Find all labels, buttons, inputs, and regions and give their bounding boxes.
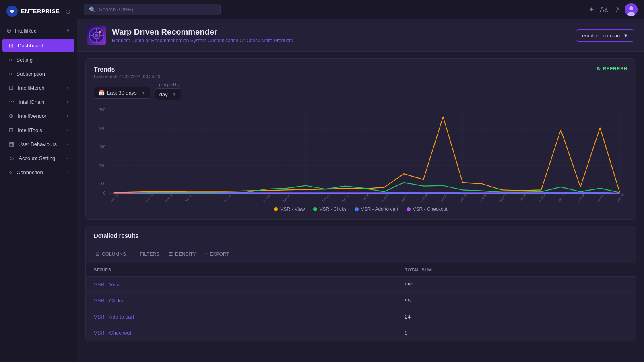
density-icon: ☰ (168, 251, 173, 257)
user-behaviours-icon: ▦ (9, 141, 14, 147)
search-bar[interactable]: 🔍 Search (Ctrl+/) (84, 4, 221, 15)
sidebar-header: ENTERPRISE ⊙ (0, 0, 77, 23)
svg-text:20-Jan-24: 20-Jan-24 (555, 193, 566, 202)
svg-text:12-Jan-24: 12-Jan-24 (398, 193, 409, 202)
moon-icon-button[interactable]: ☽ (613, 6, 619, 13)
translate-icon-button[interactable]: Aa (600, 6, 608, 13)
table-row: VSR - Add to cart 24 (86, 309, 636, 325)
refresh-button[interactable]: ↻ REFRESH (597, 66, 627, 72)
svg-text:60: 60 (101, 181, 105, 186)
brand-name: ENTERPRISE (21, 8, 60, 14)
sparkle-icon-button[interactable]: ✦ (589, 6, 594, 13)
data-table: SERIES TOTAL SUM VSR - View 590 VSR - Cl… (86, 263, 636, 341)
org-name: IntelliRec (15, 28, 36, 34)
sidebar-item-connection[interactable]: ⟡ Connection › (2, 165, 74, 179)
svg-text:22-Jan-24: 22-Jan-24 (594, 193, 605, 202)
svg-text:30-Dec-23: 30-Dec-23 (142, 193, 154, 202)
grouped-by-wrapper: grouped by day ▼ (155, 88, 181, 100)
sidebar-item-subscription[interactable]: ○ Subscription (2, 67, 74, 80)
legend-vsr-view: VSR - View (274, 206, 305, 212)
svg-text:300: 300 (99, 108, 105, 113)
intellichain-icon: ⋯ (9, 99, 14, 105)
svg-text:1-Jan-24: 1-Jan-24 (182, 194, 192, 202)
trends-chart: 300 240 180 120 60 0 (94, 106, 627, 202)
user-behaviours-chevron-icon: › (67, 142, 68, 146)
navigation-icon: ⊙ (65, 8, 70, 15)
date-range-chevron-icon: ▼ (142, 90, 146, 95)
svg-text:13-Jan-24: 13-Jan-24 (417, 193, 428, 202)
svg-text:3-Jan-24: 3-Jan-24 (221, 194, 231, 202)
vsr-clicks-link[interactable]: VSR - Clicks (94, 298, 123, 304)
export-button[interactable]: ↑ EXPORT (202, 249, 233, 259)
refresh-label: REFRESH (603, 66, 627, 72)
svg-text:10-Jan-24: 10-Jan-24 (358, 193, 369, 202)
sidebar-item-intellichain[interactable]: ⋯ IntelliChain › (2, 95, 74, 109)
columns-button[interactable]: ⊟ COLUMNS (92, 249, 129, 259)
calendar-icon: 📅 (98, 90, 105, 96)
nav-label-connection: Connection (17, 169, 43, 175)
avatar[interactable] (625, 3, 638, 16)
svg-text:120: 120 (99, 163, 105, 168)
sidebar-item-dashboard[interactable]: ⊡ Dashboard (2, 39, 74, 52)
intellichain-chevron-icon: › (67, 100, 68, 104)
svg-point-12 (99, 31, 101, 33)
legend-label-clicks: VSR - Clicks (320, 206, 347, 212)
filters-icon: ≡ (135, 251, 138, 257)
intellitools-icon: ⊟ (9, 127, 14, 133)
plugin-products-link[interactable]: Check More Products (246, 38, 293, 43)
svg-text:14-Jan-24: 14-Jan-24 (437, 193, 448, 202)
dashboard-icon: ⊡ (9, 42, 14, 49)
nav-label-subscription: Subscription (16, 71, 45, 77)
vsr-view-total: 590 (396, 277, 636, 293)
sidebar-item-intellivendor[interactable]: ⊕ IntelliVendor › (2, 109, 74, 123)
table-row: VSR - Clicks 95 (86, 293, 636, 309)
sidebar-item-account-setting[interactable]: ☺ Account Setting › (2, 151, 74, 165)
legend-dot-clicks (313, 207, 317, 211)
legend-vsr-add-to-cart: VSR - Add to cart (355, 206, 398, 212)
density-button[interactable]: ☰ DENSITY (165, 249, 199, 259)
export-icon: ↑ (205, 251, 208, 257)
subscription-icon: ○ (9, 70, 12, 77)
col-series: SERIES (86, 263, 396, 277)
trends-controls: 📅 Last 30 days ▼ grouped by day ▼ (94, 85, 627, 100)
svg-text:28-Dec-23: 28-Dec-23 (107, 193, 119, 202)
org-icon: ⊕ (6, 27, 12, 34)
svg-point-3 (629, 6, 633, 10)
date-range-select[interactable]: 📅 Last 30 days ▼ (94, 87, 150, 99)
sidebar-item-setting[interactable]: ○ Setting (2, 53, 74, 66)
plugin-demo-link[interactable]: Request Demo or Recommendation System Cu… (112, 38, 238, 43)
grouped-by-select[interactable]: day ▼ (155, 88, 181, 100)
vsr-view-link[interactable]: VSR - View (94, 282, 120, 288)
store-chevron-icon: ▼ (623, 33, 628, 39)
date-range-value: Last 30 days (107, 90, 137, 96)
search-icon: 🔍 (89, 6, 96, 13)
svg-point-1 (10, 10, 14, 13)
filters-label: FILTERS (140, 251, 159, 257)
sidebar-item-intellimerch[interactable]: ⊟ IntelliMerch › (2, 81, 74, 95)
detailed-results-section: Detailed results ⊟ COLUMNS ≡ FILTERS ☰ D… (85, 226, 636, 341)
intellimerch-chevron-icon: › (67, 86, 68, 90)
filters-button[interactable]: ≡ FILTERS (132, 249, 163, 259)
sidebar-item-intellitools[interactable]: ⊟ IntelliTools › (2, 123, 74, 137)
account-setting-icon: ☺ (9, 155, 14, 161)
columns-label: COLUMNS (102, 251, 126, 257)
columns-icon: ⊟ (95, 251, 100, 257)
legend-label-add-to-cart: VSR - Add to cart (361, 206, 398, 212)
intellimerch-icon: ⊟ (9, 84, 14, 91)
plugin-header: Warp Driven Recommender Request Demo or … (77, 19, 644, 52)
org-selector[interactable]: ⊕ IntelliRec ▼ (0, 23, 77, 38)
vsr-checkout-link[interactable]: VSR - Checkout (94, 330, 131, 336)
brand-logo-icon (6, 6, 18, 17)
vsr-add-to-cart-link[interactable]: VSR - Add to cart (94, 314, 134, 320)
plugin-logo (87, 26, 106, 45)
legend-label-checkout: VSR - Checkout (413, 206, 448, 212)
grouped-by-value: day (159, 91, 168, 97)
store-select-button[interactable]: emutree.com.au ▼ (576, 29, 634, 42)
sidebar-item-user-behaviours[interactable]: ▦ User Behaviours › (2, 137, 74, 151)
svg-text:8-Jan-24: 8-Jan-24 (320, 194, 330, 202)
trends-title: Trends (94, 66, 160, 73)
vsr-clicks-total: 95 (396, 293, 636, 309)
grouped-by-label: grouped by (158, 83, 181, 87)
intellitools-chevron-icon: › (67, 128, 68, 132)
col-total-sum: TOTAL SUM (396, 263, 636, 277)
